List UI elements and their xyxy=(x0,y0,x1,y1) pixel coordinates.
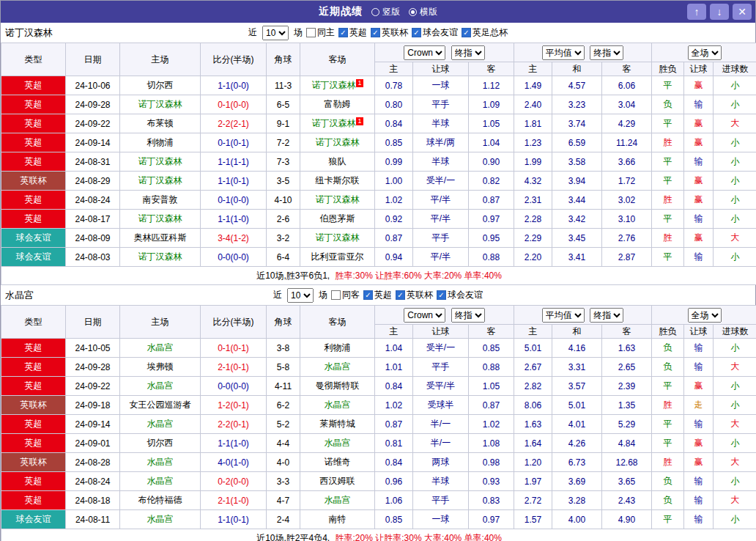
odds-home: 0.87 xyxy=(375,229,413,248)
result-outcome: 胜 xyxy=(652,191,684,210)
match-date: 24-08-03 xyxy=(66,248,120,267)
same-filter-checkbox[interactable]: 同主 xyxy=(306,26,335,39)
result-goals: 小 xyxy=(714,76,756,95)
odds-home: 0.85 xyxy=(375,510,413,529)
result-handicap: 输 xyxy=(684,510,714,529)
away-team: 水晶宫 xyxy=(300,491,375,510)
avg-home: 2.28 xyxy=(514,210,552,229)
final-odds-select-asian[interactable]: 终指 xyxy=(451,308,485,323)
league-filter-checkbox[interactable]: ✓英联杯 xyxy=(396,289,433,301)
result-outcome: 平 xyxy=(652,248,684,267)
away-team: 水晶宫 xyxy=(300,358,375,377)
avg-home: 2.40 xyxy=(514,95,552,114)
result-goals: 大 xyxy=(714,453,756,472)
full-match-select[interactable]: 全场 xyxy=(688,308,722,323)
odds-handicap: 半球 xyxy=(413,114,469,133)
match-date: 24-08-28 xyxy=(66,453,120,472)
match-row: 英超24-09-01切尔西1-1(1-0)4-4水晶宫0.81半/一1.081.… xyxy=(1,434,756,453)
odds-away: 0.88 xyxy=(469,358,514,377)
avg-home: 8.06 xyxy=(514,396,552,415)
col-header-odds-home: 主 xyxy=(375,325,413,339)
league-filter-checkbox[interactable]: ✓英联杯 xyxy=(371,26,408,39)
odds-handicap: 半/一 xyxy=(413,434,469,453)
corners: 4-11 xyxy=(267,377,300,396)
avg-away: 2.76 xyxy=(602,229,652,248)
league-filter-checkbox[interactable]: ✓英超 xyxy=(363,289,392,301)
bookmaker-select[interactable]: Crown xyxy=(404,45,445,60)
league-type-badge: 球会友谊 xyxy=(1,248,66,267)
league-filter-checkbox[interactable]: ✓球会友谊 xyxy=(412,26,458,39)
league-filter-label: 英联杯 xyxy=(382,26,408,39)
league-filter-checkbox[interactable]: ✓英足总杯 xyxy=(462,26,508,39)
away-team: 水晶宫 xyxy=(300,396,375,415)
odds-handicap: 球半/两 xyxy=(413,133,469,152)
result-outcome: 胜 xyxy=(652,396,684,415)
close-button[interactable]: ✕ xyxy=(733,4,752,20)
final-odds-select-euro[interactable]: 终指 xyxy=(590,45,623,60)
home-team: 诺丁汉森林 xyxy=(120,248,201,267)
final-odds-select-euro[interactable]: 终指 xyxy=(590,308,623,323)
match-row: 球会友谊24-08-03诺丁汉森林0-0(0-0)6-4比利亚雷亚尔0.94平/… xyxy=(1,248,756,267)
full-match-select[interactable]: 全场 xyxy=(688,45,722,60)
home-team: 水晶宫 xyxy=(120,510,201,529)
result-handicap: 赢 xyxy=(684,191,714,210)
league-type-badge: 球会友谊 xyxy=(1,229,66,248)
radio-horizontal-layout[interactable]: 横版 xyxy=(409,6,437,18)
match-row: 英联杯24-08-28水晶宫4-0(1-0)4-0诺维奇0.84两球0.981.… xyxy=(1,453,756,472)
league-type-badge: 英联杯 xyxy=(1,172,66,191)
same-filter-checkbox[interactable]: 同客 xyxy=(331,289,360,301)
odds-handicap: 平/半 xyxy=(413,210,469,229)
avg-away: 2.87 xyxy=(602,248,652,267)
avg-away: 3.10 xyxy=(602,210,652,229)
section-header: 水晶宫 近 10 场 同客 ✓英超✓英联杯✓球会友谊 xyxy=(1,285,755,305)
radio-vertical-layout[interactable]: 竖版 xyxy=(371,6,400,18)
final-odds-select-asian[interactable]: 终指 xyxy=(451,45,485,60)
recent-count-select[interactable]: 10 xyxy=(262,26,289,40)
score: 0-0(0-0) xyxy=(201,377,267,396)
red-card-badge: 1 xyxy=(356,117,363,125)
avg-draw: 3.94 xyxy=(552,172,602,191)
checkbox-icon xyxy=(306,28,316,37)
scroll-up-button[interactable]: ↑ xyxy=(687,4,706,20)
avg-away: 3.04 xyxy=(602,95,652,114)
match-row: 英超24-08-24南安普敦0-1(0-0)4-10诺丁汉森林1.02平/半0.… xyxy=(1,191,756,210)
odds-home: 0.85 xyxy=(375,133,413,152)
average-select[interactable]: 平均值 xyxy=(542,308,585,323)
match-date: 24-09-14 xyxy=(66,133,120,152)
avg-home: 2.67 xyxy=(514,358,552,377)
down-arrow-icon: ↓ xyxy=(717,6,722,18)
league-filter-checkbox[interactable]: ✓球会友谊 xyxy=(437,289,483,301)
summary-rates: 胜率:30% 让胜率:60% 大率:20% 单率:40% xyxy=(336,270,502,281)
match-row: 英超24-10-05水晶宫0-1(0-1)3-8利物浦1.04受半/一0.855… xyxy=(1,339,756,358)
odds-away: 1.05 xyxy=(469,114,514,133)
bookmaker-select[interactable]: Crown xyxy=(404,308,445,323)
score: 2-1(1-0) xyxy=(201,491,267,510)
odds-away: 0.93 xyxy=(469,472,514,491)
away-team: 诺丁汉森林1 xyxy=(300,76,375,95)
result-outcome: 负 xyxy=(652,95,684,114)
odds-away: 0.97 xyxy=(469,210,514,229)
result-handicap: 赢 xyxy=(684,76,714,95)
col-header-goals: 进球数 xyxy=(714,62,756,76)
col-header-result-handicap: 让球 xyxy=(684,325,714,339)
odds-home: 0.84 xyxy=(375,377,413,396)
col-header-type: 类型 xyxy=(1,43,66,76)
match-date: 24-08-09 xyxy=(66,229,120,248)
result-outcome: 平 xyxy=(652,434,684,453)
avg-away: 1.72 xyxy=(602,172,652,191)
corners: 2-4 xyxy=(267,510,300,529)
result-handicap: 输 xyxy=(684,152,714,172)
league-filter-checkbox[interactable]: ✓英超 xyxy=(338,26,367,39)
scroll-down-button[interactable]: ↓ xyxy=(710,4,729,20)
corners: 11-3 xyxy=(267,76,300,95)
corners: 3-3 xyxy=(267,472,300,491)
avg-home: 1.23 xyxy=(514,133,552,152)
result-handicap: 输 xyxy=(684,358,714,377)
average-select[interactable]: 平均值 xyxy=(542,45,585,60)
recent-count-select[interactable]: 10 xyxy=(287,288,314,303)
col-header-avg-home: 主 xyxy=(514,325,552,339)
result-outcome: 平 xyxy=(652,114,684,133)
up-arrow-icon: ↑ xyxy=(694,6,700,18)
league-type-badge: 英联杯 xyxy=(1,453,66,472)
match-date: 24-10-05 xyxy=(66,339,120,358)
